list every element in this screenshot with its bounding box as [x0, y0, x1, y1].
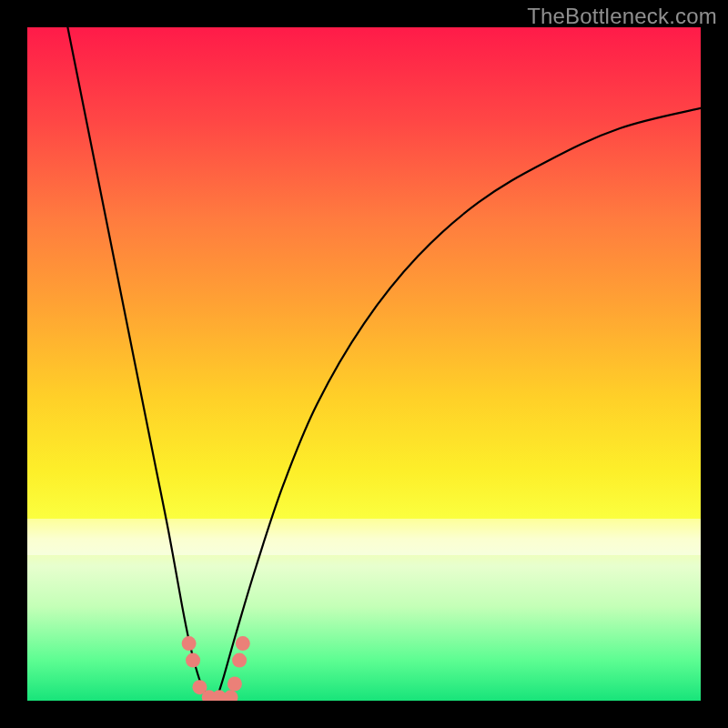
curve-layer [27, 27, 701, 701]
curve-left-branch [67, 27, 216, 701]
optimum-marker [232, 653, 247, 668]
optimum-marker [223, 690, 238, 701]
optimum-marker-cluster [182, 636, 250, 701]
plot-area [27, 27, 701, 701]
curve-right-branch [216, 108, 701, 701]
optimum-marker [236, 636, 250, 651]
optimum-marker [186, 653, 200, 668]
watermark-text: TheBottleneck.com [527, 4, 717, 29]
optimum-marker [228, 677, 242, 692]
optimum-marker [182, 636, 197, 651]
chart-frame: TheBottleneck.com [0, 0, 728, 728]
